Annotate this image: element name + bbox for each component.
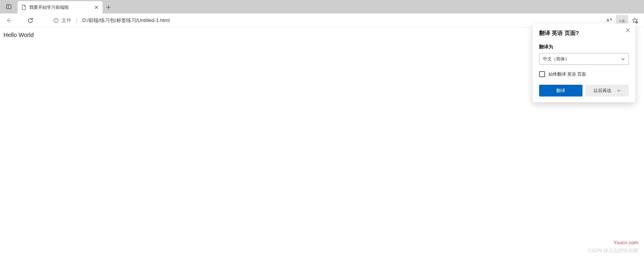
translate-icon: a あ bbox=[619, 17, 625, 24]
new-tab-button[interactable] bbox=[103, 1, 114, 13]
chevron-down-icon bbox=[621, 57, 625, 61]
arrow-left-icon bbox=[6, 17, 12, 24]
text-size-icon bbox=[606, 17, 612, 24]
page-text: Hello World bbox=[4, 32, 34, 38]
address-separator: | bbox=[76, 18, 77, 23]
translate-button-label: 翻译 bbox=[556, 88, 565, 94]
tab-title: 我要开始学习前端啦 bbox=[29, 5, 91, 10]
address-scheme: 文件 bbox=[62, 17, 71, 24]
tab-close-button[interactable] bbox=[94, 5, 99, 10]
close-icon bbox=[626, 28, 630, 32]
popup-title: 翻译 英语 页面? bbox=[539, 29, 629, 37]
translate-popup: 翻译 英语 页面? 翻译为 中文（简体） 始终翻译 英语 页面 翻译 以后再说 bbox=[533, 23, 635, 102]
back-button[interactable] bbox=[3, 15, 15, 26]
site-info-button[interactable] bbox=[53, 18, 59, 23]
svg-rect-0 bbox=[6, 5, 11, 9]
translate-to-label: 翻译为 bbox=[539, 44, 629, 50]
tab-strip: 我要开始学习前端啦 bbox=[0, 0, 644, 13]
watermark-site: Yuucn.com bbox=[614, 240, 638, 246]
svg-text:あ: あ bbox=[622, 19, 625, 23]
popup-button-row: 翻译 以后再说 bbox=[539, 85, 629, 96]
star-icon bbox=[632, 17, 638, 24]
close-icon bbox=[95, 6, 98, 9]
svg-point-4 bbox=[56, 19, 56, 20]
tab-actions-button[interactable] bbox=[0, 0, 18, 13]
address-path: D:/前端/练习包/标签练习/Untitled-1.html bbox=[82, 17, 170, 24]
info-icon bbox=[53, 18, 59, 23]
always-translate-label: 始终翻译 英语 页面 bbox=[548, 72, 586, 77]
browser-tab[interactable]: 我要开始学习前端啦 bbox=[18, 1, 103, 13]
translate-later-button[interactable]: 以后再说 bbox=[585, 85, 629, 96]
refresh-button[interactable] bbox=[25, 15, 36, 26]
popup-close-button[interactable] bbox=[624, 26, 632, 34]
watermark-csdn: CSDN @云边的快乐猫 bbox=[588, 247, 638, 254]
refresh-icon bbox=[27, 17, 34, 24]
plus-icon bbox=[106, 5, 111, 10]
panel-icon bbox=[6, 4, 12, 10]
language-select[interactable]: 中文（简体） bbox=[539, 53, 629, 65]
translate-confirm-button[interactable]: 翻译 bbox=[539, 85, 582, 96]
selected-language: 中文（简体） bbox=[543, 56, 569, 62]
file-icon bbox=[21, 5, 26, 10]
address-bar[interactable]: 文件 | D:/前端/练习包/标签练习/Untitled-1.html bbox=[50, 15, 592, 26]
always-translate-checkbox[interactable] bbox=[539, 71, 545, 77]
always-translate-row[interactable]: 始终翻译 英语 页面 bbox=[539, 71, 629, 77]
svg-text:a: a bbox=[619, 19, 621, 22]
chevron-down-icon bbox=[617, 89, 621, 92]
later-button-label: 以后再说 bbox=[594, 88, 611, 94]
